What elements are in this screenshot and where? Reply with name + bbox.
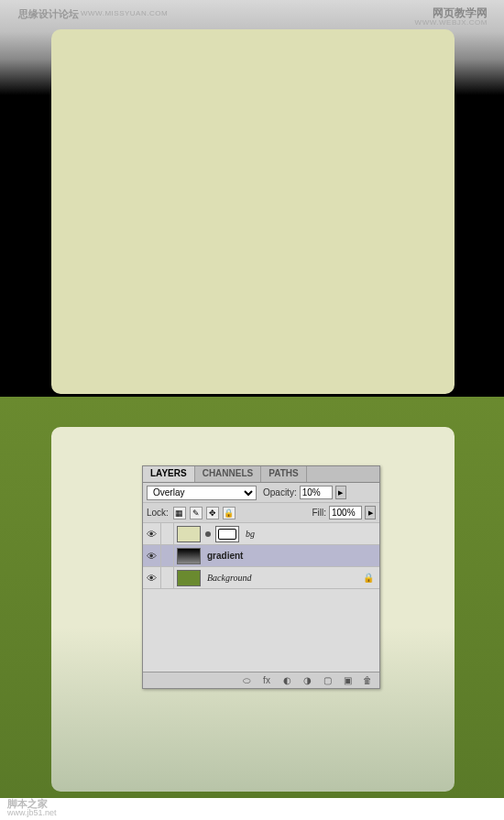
- lock-icon: 🔒: [363, 573, 374, 583]
- watermark-top-left: 思缘设计论坛: [18, 7, 79, 21]
- layers-empty-area: [143, 589, 379, 672]
- opacity-label: Opacity:: [263, 487, 297, 497]
- lock-transparency-icon[interactable]: ▦: [173, 507, 186, 519]
- tab-paths[interactable]: PATHS: [261, 466, 306, 482]
- lock-position-icon[interactable]: ✥: [206, 507, 219, 519]
- watermark-bottom-left: 脚本之家 www.jb51.net: [7, 798, 57, 818]
- top-preview-section: 思缘设计论坛 WWW.MISSYUAN.COM 网页教学网 WWW.WEBJX.…: [0, 0, 504, 397]
- link-col: [161, 567, 174, 588]
- layer-name-label[interactable]: bg: [246, 529, 255, 539]
- fill-label: Fill:: [312, 508, 326, 518]
- watermark-top-right-url: WWW.WEBJX.COM: [415, 18, 488, 27]
- visibility-toggle[interactable]: 👁: [143, 545, 161, 566]
- opacity-input[interactable]: [300, 486, 333, 499]
- layer-thumbnail[interactable]: [177, 526, 201, 542]
- new-layer-icon[interactable]: ▣: [341, 674, 354, 686]
- blend-mode-select[interactable]: Overlay: [147, 486, 257, 500]
- panel-tabs: LAYERS CHANNELS PATHS: [143, 466, 379, 483]
- mask-thumbnail[interactable]: [215, 526, 239, 542]
- link-col: [161, 545, 174, 566]
- layer-thumbnail[interactable]: [177, 570, 201, 586]
- preview-box-top: [51, 29, 455, 394]
- layer-name-label[interactable]: gradient: [207, 551, 243, 561]
- bottom-preview-section: LAYERS CHANNELS PATHS Overlay Opacity: ▶…: [0, 397, 504, 798]
- visibility-toggle[interactable]: 👁: [143, 523, 161, 544]
- layer-name-label[interactable]: Background: [207, 573, 252, 583]
- group-icon[interactable]: ▢: [321, 674, 334, 686]
- mask-link-icon[interactable]: [205, 531, 211, 537]
- layers-panel: LAYERS CHANNELS PATHS Overlay Opacity: ▶…: [142, 465, 380, 689]
- eye-icon: 👁: [147, 551, 157, 562]
- adjustment-layer-icon[interactable]: ◑: [301, 674, 313, 686]
- layer-thumbnail[interactable]: [177, 548, 201, 564]
- lock-label: Lock:: [147, 508, 169, 518]
- visibility-toggle[interactable]: 👁: [143, 567, 161, 588]
- fill-arrow-icon[interactable]: ▶: [365, 506, 376, 519]
- blend-opacity-row: Overlay Opacity: ▶: [143, 483, 379, 503]
- layer-row-background[interactable]: 👁 Background 🔒: [143, 567, 379, 589]
- fill-input[interactable]: [329, 506, 362, 519]
- tab-channels[interactable]: CHANNELS: [195, 466, 262, 482]
- panel-footer: ⬭ fx ◐ ◑ ▢ ▣ 🗑: [143, 672, 379, 688]
- lock-pixels-icon[interactable]: ✎: [190, 507, 203, 519]
- tab-layers[interactable]: LAYERS: [143, 466, 195, 482]
- opacity-arrow-icon[interactable]: ▶: [335, 486, 346, 499]
- layer-style-icon[interactable]: fx: [260, 674, 273, 686]
- delete-layer-icon[interactable]: 🗑: [361, 674, 374, 686]
- lock-icons-group: ▦ ✎ ✥ 🔒: [173, 507, 236, 519]
- watermark-top-left-url: WWW.MISSYUAN.COM: [81, 9, 168, 17]
- layer-row-bg[interactable]: 👁 bg: [143, 523, 379, 545]
- lock-fill-row: Lock: ▦ ✎ ✥ 🔒 Fill: ▶: [143, 503, 379, 523]
- eye-icon: 👁: [147, 529, 157, 540]
- link-layers-icon[interactable]: ⬭: [240, 674, 253, 686]
- lock-all-icon[interactable]: 🔒: [223, 507, 236, 519]
- layer-mask-icon[interactable]: ◐: [280, 674, 293, 686]
- link-col: [161, 523, 174, 544]
- layer-row-gradient[interactable]: 👁 gradient: [143, 545, 379, 567]
- eye-icon: 👁: [147, 573, 157, 584]
